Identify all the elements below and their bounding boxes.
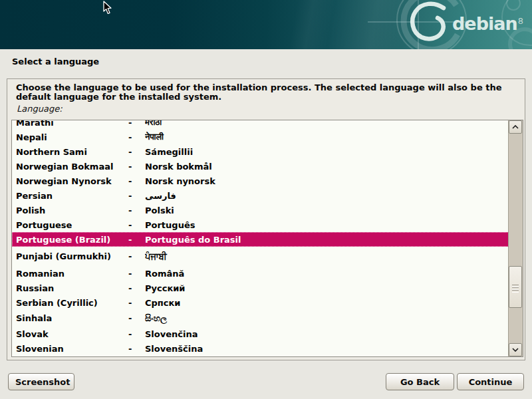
chevron-down-icon — [512, 348, 519, 352]
language-row[interactable]: Marathi-मराठी — [12, 120, 509, 130]
language-native-name: नेपाली — [145, 132, 509, 142]
language-row[interactable]: Romanian-Română — [12, 266, 509, 281]
language-native-name: Polski — [145, 205, 509, 215]
language-english-name: Northern Sami — [16, 147, 128, 157]
language-native-name: Português — [145, 220, 509, 230]
language-english-name: Sinhala — [16, 313, 128, 323]
scroll-down-button[interactable] — [509, 343, 522, 356]
language-separator: - — [128, 147, 145, 157]
scrollbar[interactable] — [508, 120, 523, 356]
language-row[interactable]: Slovak-Slovenčina — [12, 327, 509, 341]
language-english-name: Romanian — [16, 269, 128, 279]
page-title: Select a language — [12, 57, 99, 66]
screenshot-button[interactable]: Screenshot — [8, 373, 74, 390]
language-row[interactable]: Nepali-नेपाली — [12, 130, 509, 144]
thumb-grip — [512, 290, 519, 293]
language-english-name: Slovak — [16, 329, 128, 339]
dialog-description: Choose the language to be used for the i… — [16, 83, 516, 102]
language-separator: - — [128, 344, 145, 354]
language-english-name: Nepali — [16, 132, 128, 142]
language-separator: - — [128, 298, 145, 308]
language-native-name: فارسی — [145, 191, 509, 201]
language-native-name: Português do Brasil — [145, 235, 509, 245]
language-native-name: Română — [145, 269, 509, 279]
language-row[interactable]: Portuguese (Brazil)-Português do Brasil — [12, 232, 509, 247]
language-row[interactable]: Persian-فارسی — [12, 188, 509, 203]
mouse-cursor-icon — [103, 1, 112, 15]
language-native-name: Русский — [145, 283, 509, 293]
brand-name: debian — [452, 13, 517, 34]
language-field-label: Language: — [17, 104, 63, 114]
language-separator: - — [128, 251, 145, 261]
language-native-name: Slovenčina — [145, 329, 509, 339]
language-native-name: සිංහල — [145, 313, 509, 324]
language-separator: - — [128, 329, 145, 339]
brand-logotype: debian8 — [452, 15, 523, 33]
brand-version: 8 — [518, 16, 523, 26]
language-separator: - — [128, 269, 145, 279]
language-english-name: Russian — [16, 283, 128, 293]
language-list: Marathi-मराठीNepali-नेपालीNorthern Sami-… — [11, 120, 523, 357]
language-english-name: Polish — [16, 205, 128, 215]
language-separator: - — [128, 162, 145, 172]
language-native-name: Norsk bokmål — [145, 162, 509, 172]
language-native-name: मराठी — [145, 120, 509, 128]
language-row[interactable]: Norwegian Nynorsk-Norsk nynorsk — [12, 174, 509, 188]
language-separator: - — [128, 283, 145, 293]
language-separator: - — [128, 205, 145, 215]
language-separator: - — [128, 176, 145, 186]
banner: debian8 — [0, 0, 532, 49]
language-row[interactable]: Portuguese-Português — [12, 217, 509, 232]
language-native-name: Norsk nynorsk — [145, 176, 509, 186]
scroll-up-button[interactable] — [509, 120, 522, 134]
language-english-name: Persian — [16, 191, 128, 201]
language-separator: - — [128, 235, 145, 245]
language-row[interactable]: Slovenian-Slovenščina — [12, 341, 509, 356]
language-row[interactable]: Norwegian Bokmaal-Norsk bokmål — [12, 159, 509, 174]
language-separator: - — [128, 132, 145, 142]
language-native-name: Slovenščina — [145, 344, 509, 354]
chevron-up-icon — [512, 125, 519, 129]
language-english-name: Norwegian Bokmaal — [16, 162, 128, 172]
language-row[interactable]: Polish-Polski — [12, 203, 509, 217]
language-native-name: Sámegillii — [145, 147, 509, 157]
language-native-name: Српски — [145, 298, 509, 308]
scrollbar-thumb[interactable] — [509, 266, 522, 308]
language-row[interactable]: Sinhala-සිංහල — [12, 310, 509, 327]
language-english-name: Portuguese — [16, 220, 128, 230]
dialog-panel: Choose the language to be used for the i… — [7, 78, 525, 360]
language-english-name: Norwegian Nynorsk — [16, 176, 128, 186]
language-separator: - — [128, 191, 145, 201]
language-english-name: Slovenian — [16, 344, 128, 354]
language-row[interactable]: Russian-Русский — [12, 281, 509, 295]
installer-window: debian8 Select a language Choose the lan… — [0, 0, 532, 399]
language-english-name: Portuguese (Brazil) — [16, 235, 128, 245]
language-separator: - — [128, 220, 145, 230]
language-row[interactable]: Punjabi (Gurmukhi)-ਪੰਜਾਬੀ — [12, 247, 509, 266]
language-row[interactable]: Serbian (Cyrillic)-Српски — [12, 295, 509, 310]
language-native-name: ਪੰਜਾਬੀ — [145, 251, 509, 262]
language-list-rows: Marathi-मराठीNepali-नेपालीNorthern Sami-… — [12, 120, 509, 356]
language-row[interactable]: Northern Sami-Sámegillii — [12, 144, 509, 159]
go-back-button[interactable]: Go Back — [386, 373, 454, 390]
language-separator: - — [128, 120, 145, 128]
language-english-name: Serbian (Cyrillic) — [16, 298, 128, 308]
language-english-name: Marathi — [16, 120, 128, 128]
continue-button[interactable]: Continue — [457, 373, 524, 390]
language-separator: - — [128, 313, 145, 323]
language-english-name: Punjabi (Gurmukhi) — [16, 251, 128, 261]
